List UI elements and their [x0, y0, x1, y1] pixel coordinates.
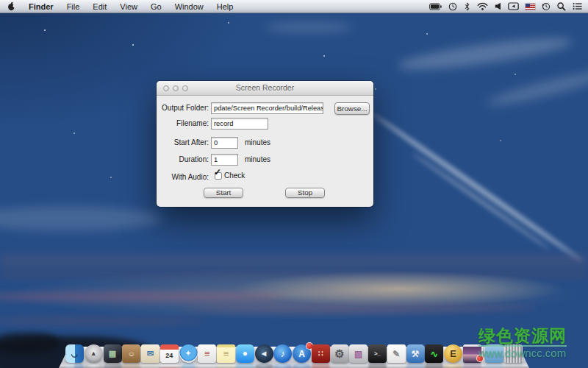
menu-bar-left: FinderFileEditViewGoWindowHelp: [0, 0, 240, 13]
trash-reflection: [504, 364, 523, 368]
mission-control-reflection: [104, 364, 122, 368]
duration-field[interactable]: 1: [211, 154, 238, 166]
messages-icon[interactable]: ●: [236, 344, 254, 363]
movie-app-glyph: ∷: [318, 350, 323, 358]
app-store-reflection: [293, 364, 311, 368]
messages-reflection: [236, 364, 254, 368]
mail-glyph: ✉: [147, 350, 154, 358]
contacts-glyph: ☺: [128, 350, 135, 358]
menu-item-view[interactable]: View: [113, 0, 144, 13]
menu-item-file[interactable]: File: [60, 0, 87, 13]
clock-icon[interactable]: [448, 2, 457, 11]
terminal-glyph: >_: [374, 351, 381, 357]
mail-reflection: [141, 364, 159, 368]
reminders-reflection: [198, 364, 216, 368]
output-folder-field[interactable]: pdate/Screen Recorder/build/Release: [211, 102, 323, 114]
safari-glyph: ✦: [185, 350, 191, 357]
safari-icon[interactable]: ✦: [179, 344, 198, 363]
launchpad-glyph: ▲: [90, 350, 97, 357]
start-button[interactable]: Start: [204, 188, 243, 198]
coin-e-app-reflection: [444, 364, 462, 368]
textedit-icon[interactable]: ✎: [387, 344, 406, 363]
activity-monitor-reflection: [425, 364, 443, 368]
sea-streak: [184, 304, 537, 313]
contacts-reflection: [122, 364, 140, 368]
mail-icon[interactable]: ✉: [141, 344, 159, 363]
finder-reflection: [65, 364, 84, 368]
itunes-reflection: [273, 364, 292, 368]
facetime-icon[interactable]: ◀: [255, 344, 273, 363]
coin-e-app-icon[interactable]: E: [444, 344, 462, 363]
start-after-unit: minutes: [245, 137, 270, 149]
messages-glyph: ●: [243, 349, 248, 358]
contacts-icon[interactable]: ☺: [122, 344, 140, 363]
wifi-icon[interactable]: [477, 2, 488, 10]
mission-control-glyph: ▦: [109, 350, 116, 358]
menu-item-finder[interactable]: Finder: [22, 0, 60, 13]
watermark: 绿色资源网 www.downcc.com: [478, 327, 567, 359]
filename-field[interactable]: record: [211, 118, 268, 130]
itunes-icon[interactable]: ♪: [273, 344, 292, 363]
duration-label: Duration:: [157, 154, 209, 166]
spotlight-icon[interactable]: [557, 2, 566, 11]
terminal-reflection: [368, 364, 387, 368]
window-title: Screen Recorder: [157, 83, 373, 92]
reminders-glyph: ≡: [204, 349, 210, 358]
filename-label: Filename:: [157, 118, 209, 130]
activity-monitor-glyph: ∿: [431, 350, 438, 358]
calendar-icon[interactable]: 24: [160, 344, 179, 363]
display-icon[interactable]: [508, 2, 519, 10]
volume-icon[interactable]: [495, 2, 501, 10]
textedit-glyph: ✎: [392, 350, 400, 358]
movie-app-icon[interactable]: ∷: [312, 344, 330, 363]
output-folder-label: Output Folder:: [157, 102, 209, 114]
start-after-label: Start After:: [157, 137, 209, 149]
facetime-reflection: [255, 364, 273, 368]
photos-app-reflection: [349, 364, 368, 368]
photos-app-icon[interactable]: ▨: [349, 344, 368, 363]
notification-center-icon[interactable]: [573, 2, 582, 10]
apple-logo-icon: [7, 1, 15, 11]
finder-glyph: ◡: [71, 350, 79, 358]
terminal-icon[interactable]: >_: [368, 344, 387, 363]
apple-menu[interactable]: [0, 0, 22, 13]
reminders-icon[interactable]: ≡: [198, 344, 216, 363]
activity-monitor-icon[interactable]: ∿: [425, 344, 443, 363]
screen-recorder-window: Screen Recorder Output Folder: pdate/Scr…: [157, 81, 373, 207]
bluetooth-icon[interactable]: [464, 2, 470, 11]
dock-icons: ◡▲▦☺✉24✦≡≡●◀♪A∷⚙▨>_✎⚒∿E: [65, 342, 523, 363]
time-machine-icon[interactable]: [542, 2, 551, 11]
notes-glyph: ≡: [223, 349, 229, 358]
window-titlebar[interactable]: Screen Recorder: [157, 81, 373, 96]
battery-icon[interactable]: [429, 3, 442, 10]
with-audio-checkbox-label: Check: [224, 171, 245, 180]
menu-item-window[interactable]: Window: [168, 0, 210, 13]
start-after-field[interactable]: 0: [211, 137, 238, 149]
browse-button[interactable]: Browse...: [334, 102, 370, 115]
watermark-line2: www.downcc.com: [478, 347, 567, 359]
dock: ◡▲▦☺✉24✦≡≡●◀♪A∷⚙▨>_✎⚒∿E: [59, 331, 529, 368]
textedit-reflection: [387, 364, 406, 368]
coin-e-app-glyph: E: [450, 349, 456, 358]
us-flag-icon[interactable]: [526, 4, 535, 10]
system-preferences-icon[interactable]: ⚙: [331, 344, 349, 363]
xcode-icon[interactable]: ⚒: [406, 344, 425, 363]
menu-item-go[interactable]: Go: [144, 0, 168, 13]
notes-icon[interactable]: ≡: [217, 344, 235, 363]
xcode-reflection: [406, 364, 425, 368]
movie-app-reflection: [312, 364, 330, 368]
menu-item-help[interactable]: Help: [210, 0, 240, 13]
menu-item-edit[interactable]: Edit: [86, 0, 113, 13]
system-preferences-reflection: [331, 364, 349, 368]
launchpad-icon[interactable]: ▲: [85, 344, 103, 363]
app-store-glyph: A: [298, 350, 305, 358]
rocks: [0, 333, 59, 353]
app-store-icon[interactable]: A: [293, 344, 311, 363]
notes-reflection: [217, 364, 235, 368]
photos-app-glyph: ▨: [354, 350, 362, 358]
finder-icon[interactable]: ◡: [65, 344, 84, 363]
stop-button[interactable]: Stop: [285, 188, 325, 198]
mission-control-icon[interactable]: ▦: [104, 344, 122, 363]
downloads-folder-reflection: [485, 364, 503, 368]
xcode-glyph: ⚒: [412, 350, 420, 358]
